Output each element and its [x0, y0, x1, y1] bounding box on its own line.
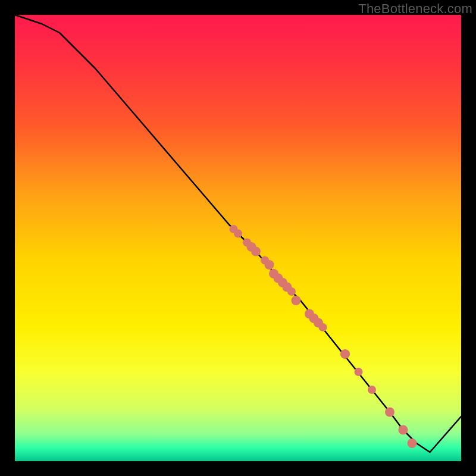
data-point [251, 247, 261, 256]
data-point [340, 349, 350, 359]
data-point [292, 296, 301, 305]
data-point [319, 323, 327, 331]
data-markers [230, 225, 417, 448]
data-point [234, 230, 242, 238]
data-point [385, 408, 394, 417]
watermark: TheBottleneck.com [358, 1, 472, 17]
data-point [355, 368, 363, 376]
data-point [408, 439, 417, 448]
chart-svg [15, 15, 461, 461]
plot-area [15, 15, 461, 461]
data-point [399, 425, 408, 435]
data-point [265, 260, 274, 270]
chart-frame: TheBottleneck.com [0, 0, 476, 476]
data-point [287, 287, 296, 296]
data-point [368, 386, 376, 394]
